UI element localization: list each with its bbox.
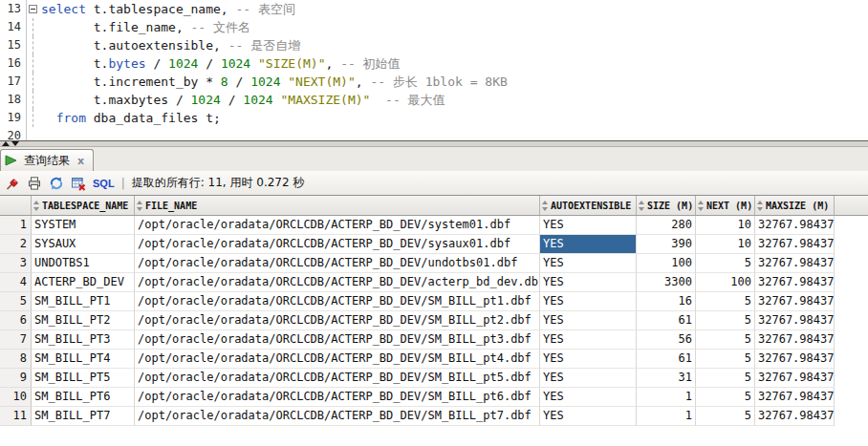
grid-cell[interactable]: 16 xyxy=(637,292,696,311)
grid-cell[interactable]: YES xyxy=(540,350,637,369)
grid-cell[interactable]: 100 xyxy=(637,254,696,273)
row-number-cell[interactable]: 10 xyxy=(0,388,32,407)
code-line[interactable]: 19 from dba_data_files t; xyxy=(0,109,868,127)
grid-cell[interactable]: /opt/oracle/oradata/ORCLCDB/ACTERP_BD_DE… xyxy=(135,254,540,273)
grid-cell-selected[interactable]: YES xyxy=(540,235,637,254)
grid-cell[interactable]: 10 xyxy=(696,216,755,235)
grid-cell[interactable]: 280 xyxy=(637,216,696,235)
grid-cell[interactable]: 32767.984375 xyxy=(755,216,835,235)
row-number-cell[interactable]: 2 xyxy=(0,235,32,254)
grid-cell[interactable]: 32767.984375 xyxy=(755,235,835,254)
grid-cell[interactable]: /opt/oracle/oradata/ORCLCDB/ACTERP_BD_DE… xyxy=(135,273,540,292)
grid-cell[interactable]: SM_BILL_PT6 xyxy=(32,388,135,407)
code-line[interactable]: 14 t.file_name, -- 文件名 xyxy=(0,18,868,36)
grid-cell[interactable]: 5 xyxy=(696,369,755,388)
code-line[interactable]: 13select t.tablespace_name, -- 表空间 xyxy=(0,0,868,18)
grid-cell[interactable]: 10 xyxy=(696,235,755,254)
grid-cell[interactable]: 390 xyxy=(637,235,696,254)
grid-cell[interactable]: /opt/oracle/oradata/ORCLCDB/ACTERP_BD_DE… xyxy=(135,311,540,330)
code-line[interactable]: 18 t.maxbytes / 1024 / 1024 "MAXSIZE(M)"… xyxy=(0,91,868,109)
grid-cell[interactable]: 32767.984375 xyxy=(755,350,835,369)
grid-cell[interactable]: 32767.984375 xyxy=(755,254,835,273)
grid-cell[interactable]: /opt/oracle/oradata/ORCLCDB/ACTERP_BD_DE… xyxy=(135,235,540,254)
grid-cell[interactable]: 32767.984375 xyxy=(755,311,835,330)
grid-cell[interactable]: /opt/oracle/oradata/ORCLCDB/ACTERP_BD_DE… xyxy=(135,330,540,350)
grid-cell[interactable]: 32767.984375 xyxy=(755,273,835,292)
column-header[interactable]: NEXT (M) xyxy=(696,196,755,215)
grid-cell[interactable]: 5 xyxy=(696,407,755,426)
grid-cell[interactable]: YES xyxy=(540,369,637,388)
grid-cell[interactable]: YES xyxy=(540,273,637,292)
grid-cell[interactable]: /opt/oracle/oradata/ORCLCDB/ACTERP_BD_DE… xyxy=(135,407,540,426)
grid-cell[interactable]: /opt/oracle/oradata/ORCLCDB/ACTERP_BD_DE… xyxy=(135,388,540,407)
grid-cell[interactable]: SYSTEM xyxy=(32,216,135,235)
tab-close-icon[interactable]: x xyxy=(75,155,84,167)
column-header[interactable]: AUTOEXTENSIBLE xyxy=(540,196,637,215)
grid-cell[interactable]: 5 xyxy=(696,388,755,407)
grid-cell[interactable]: 56 xyxy=(637,330,696,350)
grid-cell[interactable]: /opt/oracle/oradata/ORCLCDB/ACTERP_BD_DE… xyxy=(135,369,540,388)
grid-cell[interactable]: SM_BILL_PT1 xyxy=(32,292,135,311)
sql-editor[interactable]: 13select t.tablespace_name, -- 表空间14 t.f… xyxy=(0,0,868,140)
row-number-cell[interactable]: 1 xyxy=(0,216,32,235)
grid-cell[interactable]: 32767.984375 xyxy=(755,407,835,426)
pin-icon[interactable] xyxy=(5,176,20,191)
row-number-cell[interactable]: 7 xyxy=(0,330,32,350)
grid-cell[interactable]: 5 xyxy=(696,330,755,350)
refresh-icon[interactable] xyxy=(49,176,64,191)
grid-cell[interactable]: SM_BILL_PT7 xyxy=(32,407,135,426)
grid-cell[interactable]: YES xyxy=(540,216,637,235)
column-header[interactable]: TABLESPACE_NAME xyxy=(32,196,135,215)
tab-query-result[interactable]: 查询结果 x xyxy=(0,149,94,171)
print-icon[interactable] xyxy=(27,176,42,191)
grid-cell[interactable]: ACTERP_BD_DEV xyxy=(32,273,135,292)
row-number-cell[interactable]: 5 xyxy=(0,292,32,311)
column-header[interactable]: MAXSIZE (M) xyxy=(755,196,835,215)
row-number-cell[interactable]: 11 xyxy=(0,407,32,426)
grid-cell[interactable]: 3300 xyxy=(637,273,696,292)
grid-cell[interactable]: YES xyxy=(540,254,637,273)
grid-cell[interactable]: SM_BILL_PT5 xyxy=(32,369,135,388)
grid-cell[interactable]: 5 xyxy=(696,350,755,369)
grid-cell[interactable]: UNDOTBS1 xyxy=(32,254,135,273)
grid-cell[interactable]: 32767.984375 xyxy=(755,292,835,311)
grid-cell[interactable]: 100 xyxy=(696,273,755,292)
clear-results-icon[interactable] xyxy=(71,176,86,191)
code-line[interactable]: 16 t.bytes / 1024 / 1024 "SIZE(M)", -- 初… xyxy=(0,54,868,73)
row-number-cell[interactable]: 8 xyxy=(0,350,32,369)
grid-cell[interactable]: YES xyxy=(540,330,637,350)
grid-cell[interactable]: 5 xyxy=(696,292,755,311)
grid-cell[interactable]: YES xyxy=(540,311,637,330)
column-header[interactable]: FILE_NAME xyxy=(135,196,540,215)
grid-cell[interactable]: 5 xyxy=(696,254,755,273)
grid-cell[interactable]: YES xyxy=(540,388,637,407)
grid-cell[interactable]: SM_BILL_PT3 xyxy=(32,330,135,350)
grid-cell[interactable]: 61 xyxy=(637,350,696,369)
grid-cell[interactable]: 31 xyxy=(637,369,696,388)
splitter-collapse-up-icon[interactable] xyxy=(2,141,10,146)
row-number-cell[interactable]: 4 xyxy=(0,273,32,292)
sql-panel-button[interactable]: SQL xyxy=(93,178,115,189)
grid-cell[interactable]: 32767.984375 xyxy=(755,369,835,388)
grid-cell[interactable]: /opt/oracle/oradata/ORCLCDB/ACTERP_BD_DE… xyxy=(135,350,540,369)
grid-cell[interactable]: SM_BILL_PT2 xyxy=(32,311,135,330)
horizontal-splitter[interactable] xyxy=(0,140,868,147)
row-number-cell[interactable]: 6 xyxy=(0,311,32,330)
grid-cell[interactable]: 32767.984375 xyxy=(755,388,835,407)
grid-cell[interactable]: YES xyxy=(540,407,637,426)
grid-cell[interactable]: 32767.984375 xyxy=(755,330,835,350)
splitter-collapse-down-icon[interactable] xyxy=(11,141,19,146)
column-header[interactable]: SIZE (M) xyxy=(637,196,696,215)
row-number-cell[interactable]: 9 xyxy=(0,369,32,388)
grid-cell[interactable]: 1 xyxy=(637,407,696,426)
grid-cell[interactable]: SYSAUX xyxy=(32,235,135,254)
code-line[interactable]: 15 t.autoextensible, -- 是否自增 xyxy=(0,36,868,54)
code-line[interactable]: 20 xyxy=(0,127,868,140)
grid-cell[interactable]: 1 xyxy=(637,388,696,407)
row-number-cell[interactable]: 3 xyxy=(0,254,32,273)
grid-cell[interactable]: /opt/oracle/oradata/ORCLCDB/ACTERP_BD_DE… xyxy=(135,216,540,235)
code-line[interactable]: 17 t.increment_by * 8 / 1024 "NEXT(M)", … xyxy=(0,73,868,91)
grid-cell[interactable]: 61 xyxy=(637,311,696,330)
grid-cell[interactable]: /opt/oracle/oradata/ORCLCDB/ACTERP_BD_DE… xyxy=(135,292,540,311)
grid-cell[interactable]: SM_BILL_PT4 xyxy=(32,350,135,369)
